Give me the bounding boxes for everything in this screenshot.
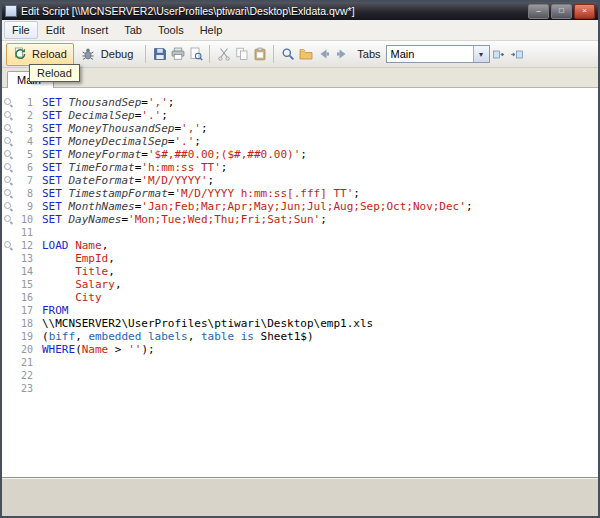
cut-icon[interactable] [215,46,232,63]
code-text: City [42,291,102,304]
marker-spacer [3,253,14,264]
script-line: 1SET ThousandSep=','; [2,96,598,109]
reload-button[interactable]: Reload [6,43,74,66]
statement-marker-icon [3,110,14,121]
script-line: 16 City [2,291,598,304]
window-title: Edit Script [\\MCNSERVER2\UserProfiles\p… [21,5,526,17]
gutter: 4 [2,135,42,148]
line-number: 7 [16,174,33,187]
title-bar: Edit Script [\\MCNSERVER2\UserProfiles\p… [2,2,598,20]
find-icon[interactable] [279,46,296,63]
code-text: SET DecimalSep='.'; [42,109,168,122]
marker-spacer [3,305,14,316]
statement-marker-icon [3,188,14,199]
promote-tab-icon[interactable] [491,46,508,63]
marker-spacer [3,279,14,290]
script-line: 10SET DayNames='Mon;Tue;Wed;Thu;Fri;Sat;… [2,213,598,226]
statement-marker-icon [3,214,14,225]
statement-marker-icon [3,201,14,212]
line-number: 23 [16,382,33,395]
debug-button[interactable]: Debug [75,43,140,66]
script-line: 5SET MoneyFormat='$#,##0.00;($#,##0.00)'… [2,148,598,161]
toolbar-separator [273,45,274,63]
menu-tools[interactable]: Tools [150,21,192,39]
gutter: 22 [2,369,42,382]
toolbar-separator [209,45,210,63]
gutter: 21 [2,356,42,369]
gutter: 17 [2,304,42,317]
tab-selector-dropdown[interactable]: Main ▾ [386,45,490,63]
reload-button-label: Reload [32,48,67,60]
script-editor[interactable]: 1SET ThousandSep=',';2SET DecimalSep='.'… [2,88,598,477]
script-line: 15 Salary, [2,278,598,291]
line-number: 19 [16,330,33,343]
menu-tab[interactable]: Tab [116,21,150,39]
statement-marker-icon [3,97,14,108]
line-number: 2 [16,109,33,122]
chevron-down-icon: ▾ [473,46,489,62]
line-number: 1 [16,96,33,109]
marker-spacer [3,344,14,355]
line-number: 22 [16,369,33,382]
gutter: 20 [2,343,42,356]
print-preview-icon[interactable] [187,46,204,63]
menu-edit[interactable]: Edit [38,21,73,39]
line-number: 16 [16,291,33,304]
code-text: SET MoneyThousandSep=','; [42,122,208,135]
code-text: WHERE(Name > ''); [42,343,155,356]
gutter: 10 [2,213,42,226]
gutter: 16 [2,291,42,304]
close-button[interactable]: × [574,4,595,19]
code-text: SET ThousandSep=','; [42,96,174,109]
script-line: 11 [2,226,598,239]
line-number: 3 [16,122,33,135]
script-line: 12LOAD Name, [2,239,598,252]
script-line: 4SET MoneyDecimalSep='.'; [2,135,598,148]
menu-help[interactable]: Help [192,21,231,39]
line-number: 14 [16,265,33,278]
forward-icon[interactable] [333,46,350,63]
app-icon [5,5,17,17]
line-number: 21 [16,356,33,369]
line-number: 13 [16,252,33,265]
edit-script-window: Edit Script [\\MCNSERVER2\UserProfiles\p… [0,0,600,518]
menu-bar: File Edit Insert Tab Tools Help [2,20,598,41]
gutter: 11 [2,226,42,239]
back-icon[interactable] [315,46,332,63]
maximize-button[interactable]: □ [551,4,572,19]
line-number: 10 [16,213,33,226]
gutter: 2 [2,109,42,122]
script-line: 20WHERE(Name > ''); [2,343,598,356]
merge-tab-icon[interactable] [509,46,526,63]
code-text: SET MoneyFormat='$#,##0.00;($#,##0.00)'; [42,148,307,161]
gutter: 18 [2,317,42,330]
marker-spacer [3,292,14,303]
script-line: 17FROM [2,304,598,317]
script-line: 9SET MonthNames='Jan;Feb;Mar;Apr;May;Jun… [2,200,598,213]
gutter: 14 [2,265,42,278]
open-folder-icon[interactable] [297,46,314,63]
paste-icon[interactable] [251,46,268,63]
toolbar-separator [145,45,146,63]
minimize-button[interactable]: – [528,4,549,19]
menu-file[interactable]: File [4,21,38,39]
debug-button-label: Debug [101,48,133,60]
script-line: 2SET DecimalSep='.'; [2,109,598,122]
gutter: 23 [2,382,42,395]
line-number: 6 [16,161,33,174]
line-number: 4 [16,135,33,148]
code-text: SET MoneyDecimalSep='.'; [42,135,201,148]
code-text: SET DayNames='Mon;Tue;Wed;Thu;Fri;Sat;Su… [42,213,327,226]
code-text: SET TimeFormat='h:mm:ss TT'; [42,161,227,174]
code-text: LOAD Name, [42,239,108,252]
menu-insert[interactable]: Insert [73,21,117,39]
line-number: 11 [16,226,33,239]
script-line: 3SET MoneyThousandSep=','; [2,122,598,135]
copy-icon[interactable] [233,46,250,63]
line-number: 18 [16,317,33,330]
marker-spacer [3,383,14,394]
gutter: 5 [2,148,42,161]
print-icon[interactable] [169,46,186,63]
save-icon[interactable] [151,46,168,63]
script-line: 7SET DateFormat='M/D/YYYY'; [2,174,598,187]
